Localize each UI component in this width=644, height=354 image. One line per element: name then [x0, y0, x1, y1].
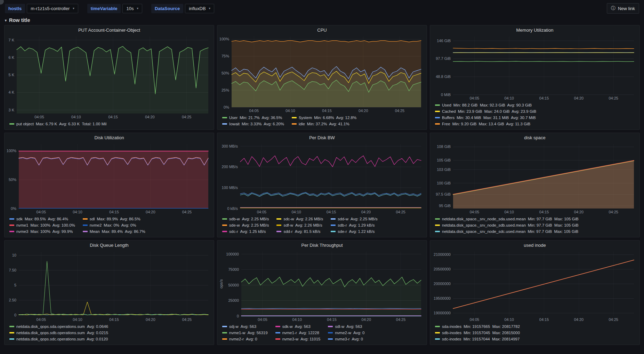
new-link-button[interactable]: ⓘ New link [607, 3, 639, 14]
legend-item[interactable]: sdc-inodesMin: 19157044 Max: 20814997 [435, 336, 520, 342]
legend-item[interactable]: nvme3-rAvg: 0 [328, 336, 364, 342]
chart[interactable]: 146 GiB97.7 GiB48.8 GiB0 MiB04:0504:1004… [432, 34, 637, 101]
legend-item[interactable]: sdc-rAvg: 1.25 kB/s [222, 229, 269, 234]
legend-item[interactable]: nvme3-wAvg: 11015 [275, 336, 321, 342]
variable-value-dropdown[interactable]: influxDB ▾ [185, 4, 214, 13]
legend-item[interactable]: sdlMax: 89.9% Avg: 86.5% [83, 216, 145, 222]
chart[interactable]: 0%25%50%75%100%04:0504:1004:1504:2004:25 [219, 34, 424, 114]
series-name: sde-w [229, 222, 240, 228]
series-stats: Avg: 81.5 kB/s [295, 229, 321, 234]
legend-item[interactable]: sdkMax: 89.5% Avg: 86.4% [9, 216, 75, 222]
legend-item[interactable]: sdk-wAvg: 563 [275, 324, 321, 329]
series-color-swatch [222, 231, 227, 232]
chevron-down-icon: ▾ [5, 18, 7, 22]
legend-item[interactable]: SystemMin: 6.68% Avg: 12.8% [292, 115, 356, 120]
legend-item[interactable]: nvme2-wAvg: 0 [328, 330, 364, 336]
chart[interactable]: 7 K6 K5 K4 K3 K04:0504:1004:1504:2004:25 [6, 34, 211, 120]
chart[interactable]: 0 kB/s100 MB/s200 MB/s300 MB/s04:0504:10… [219, 142, 424, 215]
legend-item[interactable]: sdj-wAvg: 563 [222, 324, 268, 329]
panel-title[interactable]: Per Disk BW [217, 133, 427, 141]
legend-item[interactable]: netdata.disk_qops.sdc.operations.sumAvg:… [9, 336, 108, 342]
series-color-swatch [9, 231, 14, 232]
legend-item[interactable]: sdb-wAvg: 2.25 MB/s [222, 216, 269, 222]
legend-item[interactable]: sde-rAvg: 1.22 kB/s [331, 229, 377, 234]
panel-title[interactable]: Memory Utilization [430, 25, 639, 33]
chevron-down-icon: ▾ [73, 7, 74, 10]
series-color-swatch [9, 218, 14, 220]
variable-value-dropdown[interactable]: 10s ▾ [122, 4, 142, 13]
svg-text:21000000: 21000000 [434, 252, 451, 257]
chart[interactable]: 025000500007500010000004:0504:1004:1504:… [219, 249, 424, 323]
panel-title[interactable]: PUT Account-Container-Object [5, 25, 214, 33]
legend-item[interactable]: nvme3Max: 100% Avg: 99.9% [9, 229, 75, 234]
panel-title[interactable]: disk space [430, 133, 639, 141]
legend-item[interactable]: netdata.disk_qops.sda.operations.sumAvg:… [9, 324, 108, 329]
legend-item[interactable]: sdd-rAvg: 81.5 kB/s [276, 229, 323, 234]
legend-item[interactable]: nvme2Max: 0% Avg: 0% [83, 222, 145, 228]
legend-item[interactable]: netdata.disk_space._srv_node_sdc.used.me… [435, 229, 579, 234]
legend-item[interactable]: netdata.disk_qops.sdb.operations.sumAvg:… [9, 330, 108, 336]
legend-item[interactable]: sdc-wAvg: 2.26 MB/s [276, 216, 323, 222]
series-name: nvme2-r [229, 336, 244, 342]
legend-item[interactable]: UsedMin: 88.2 GiB Max: 92.3 GiB Avg: 90.… [435, 102, 536, 108]
panel-used-inode: used inode 19000000195000002000000020500… [430, 240, 640, 345]
series-stats: Avg: 2.25 MB/s [242, 222, 269, 228]
svg-text:100%: 100% [219, 37, 229, 41]
legend-item[interactable]: nvme1-rAvg: 12228 [275, 330, 321, 336]
panel-title[interactable]: Disk Utilization [5, 133, 214, 141]
panel-title[interactable]: CPU [217, 25, 427, 33]
legend-item[interactable]: BuffersMin: 30.4 MiB Max: 31.1 MiB Avg: … [435, 115, 536, 120]
svg-text:75%: 75% [222, 54, 229, 58]
series-stats: Min: 30.4 MiB Max: 31.1 MiB Avg: 30.7 Mi… [457, 115, 536, 120]
svg-text:04:05: 04:05 [470, 210, 480, 214]
svg-text:50%: 50% [222, 71, 229, 75]
chart[interactable]: 02.5057.501004:0504:1004:1504:2004:25 [6, 249, 211, 323]
chart[interactable]: 0%50%100%04:0504:1004:1504:2004:25 [6, 142, 211, 215]
series-name: Free [442, 121, 450, 127]
variable-value-dropdown[interactable]: m-r1z1s5-controller ▾ [27, 4, 78, 13]
row-header[interactable]: ▾ Row title [0, 17, 644, 25]
legend-item[interactable]: FreeMin: 9.20 GiB Max: 13.4 GiB Avg: 11.… [435, 121, 536, 127]
series-name: Cached [442, 109, 456, 114]
legend-item[interactable]: nvme2-rAvg: 0 [222, 336, 268, 342]
variable-label: hostls [5, 4, 25, 13]
chart[interactable]: 95 GiB97.5 GiB100 GiB103 GiB105 GiB108 G… [432, 142, 637, 215]
legend-item[interactable]: netdata.disk_space._srv_node_sdb.used.me… [435, 222, 579, 228]
chart-svg: 95 GiB97.5 GiB100 GiB103 GiB105 GiB108 G… [432, 142, 637, 215]
legend-item[interactable]: UserMin: 21.7% Avg: 36.5% [222, 115, 284, 120]
legend-item[interactable]: CachedMin: 23.9 GiB Max: 24.0 GiB Avg: 2… [435, 109, 536, 114]
legend-item[interactable]: IowaitMin: 3.33% Avg: 6.20% [222, 121, 284, 127]
legend-item[interactable]: nvme1Max: 100% Avg: 100.0% [9, 222, 75, 228]
svg-text:100%: 100% [7, 149, 16, 153]
series-name: sdc-w [283, 216, 294, 222]
legend-item[interactable]: nvme1-wAvg: 56319 [222, 330, 268, 336]
legend-item[interactable]: sda-inodesMin: 19157665 Max: 20817782 [435, 324, 520, 329]
legend-item[interactable]: netdata.disk_space._srv_node_sda.used.me… [435, 216, 579, 222]
series-name: netdata.disk_space._srv_node_sdc.used.me… [442, 229, 525, 234]
panel-memory-utilization: Memory Utilization 146 GiB97.7 GiB48.8 G… [430, 25, 640, 130]
legend-item[interactable]: sdf-wAvg: 2.26 MB/s [276, 222, 323, 228]
panel-title[interactable]: Per Disk Throughput [217, 241, 427, 249]
panel-title[interactable]: used inode [430, 241, 639, 249]
legend-item[interactable]: sdd-wAvg: 2.25 MB/s [331, 216, 377, 222]
legend-item[interactable]: sdl-wAvg: 563 [328, 324, 364, 329]
chart-svg: 0 kB/s100 MB/s200 MB/s300 MB/s04:0504:10… [219, 142, 424, 215]
legend-item[interactable]: sdb-inodesMin: 19157045 Max: 20815000 [435, 330, 520, 336]
series-name: nvme2-w [335, 330, 351, 336]
legend-item[interactable]: sde-wAvg: 2.25 MB/s [222, 222, 269, 228]
series-color-swatch [435, 231, 440, 232]
series-name: nvme2 [90, 222, 102, 228]
legend: UsedMin: 88.2 GiB Max: 92.3 GiB Avg: 90.… [430, 101, 639, 129]
legend-item[interactable]: idleMin: 37.2% Avg: 41.1% [292, 121, 356, 127]
series-stats: Avg: 1.22 kB/s [349, 229, 375, 234]
panel-title[interactable]: Disk Queue Length [5, 241, 214, 249]
series-color-swatch [292, 123, 297, 125]
legend-item[interactable]: MeanMax: 89.4% Avg: 86.7% [83, 229, 145, 234]
legend-item[interactable]: sdb-rAvg: 1.29 kB/s [331, 222, 377, 228]
legend-item[interactable]: put objectMax: 6.79 K Avg: 6.33 K Total:… [9, 121, 106, 127]
chart[interactable]: 1900000019500000200000002050000021000000… [432, 249, 637, 323]
variable-label: timeVariable [87, 4, 121, 13]
variable-value: influxDB [189, 6, 206, 11]
panel-cpu: CPU 0%25%50%75%100%04:0504:1004:1504:200… [217, 25, 427, 130]
svg-text:4 K: 4 K [8, 90, 14, 94]
